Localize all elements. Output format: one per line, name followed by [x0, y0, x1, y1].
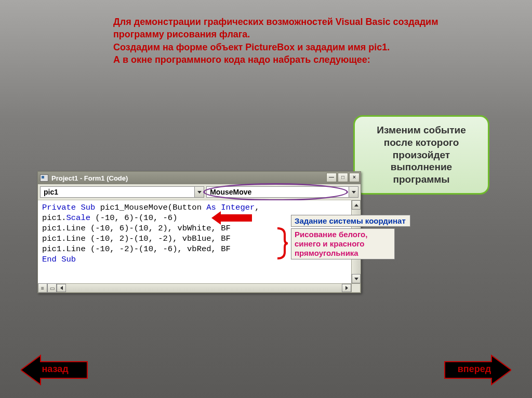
nav-forward-button[interactable]: вперед — [444, 354, 511, 386]
scroll-right-button[interactable] — [342, 284, 351, 292]
annotation-coords: Задание системы координат — [291, 215, 410, 227]
annotation-rects: Рисование белого, синего и красного прям… — [291, 228, 395, 259]
chevron-down-icon[interactable] — [349, 187, 358, 197]
full-view-button[interactable]: ▭ — [47, 283, 57, 293]
annotation-text: Задание системы координат — [295, 216, 406, 225]
nav-back-label: назад — [29, 364, 81, 375]
horizontal-scrollbar[interactable] — [57, 283, 351, 293]
code-text: pic1_MouseMove(Button — [95, 203, 206, 212]
intro-text: Для демонстрации графических возможносте… — [113, 16, 446, 66]
object-combo-value: pic1 — [44, 188, 58, 196]
scroll-down-button[interactable] — [352, 274, 361, 283]
intro-line3: А в окне программного кода надо набрать … — [113, 54, 370, 65]
chevron-down-icon[interactable] — [194, 187, 204, 197]
window-title: Project1 - Form1 (Code) — [51, 174, 128, 182]
nav-forward-label: вперед — [446, 364, 503, 375]
code-line: Private Sub pic1_MouseMove(Button As Int… — [42, 202, 347, 213]
brace-icon — [275, 227, 288, 259]
maximize-button[interactable]: □ — [338, 173, 348, 182]
intro-line1: Для демонстрации графических возможносте… — [113, 17, 438, 39]
scroll-left-button[interactable] — [57, 284, 66, 292]
annotation-text: Рисование белого, синего и красного прям… — [295, 230, 367, 257]
event-combo-value: MouseMove — [210, 188, 251, 196]
code-text: , — [255, 203, 259, 212]
intro-line2: Создадим на форме объект PictureBox и за… — [113, 42, 390, 52]
keyword: Private Sub — [42, 203, 95, 212]
minimize-button[interactable]: — — [326, 173, 337, 182]
dropdown-row: pic1 MouseMove — [38, 184, 361, 200]
titlebar: Project1 - Form1 (Code) — □ × — [38, 172, 361, 184]
callout-text: Изменим событие после которого произойде… — [377, 125, 466, 185]
object-combo[interactable]: pic1 — [40, 186, 204, 198]
nav-back-button[interactable]: назад — [21, 354, 88, 386]
resize-grip[interactable] — [351, 283, 361, 293]
close-button[interactable]: × — [349, 173, 360, 182]
procedure-view-button[interactable]: ≡ — [38, 283, 47, 293]
callout-bubble: Изменим событие после которого произойде… — [353, 115, 489, 195]
event-combo[interactable]: MouseMove — [206, 186, 358, 198]
red-arrow-icon — [220, 214, 252, 222]
scroll-up-button[interactable] — [352, 200, 361, 210]
form-icon — [40, 174, 48, 182]
